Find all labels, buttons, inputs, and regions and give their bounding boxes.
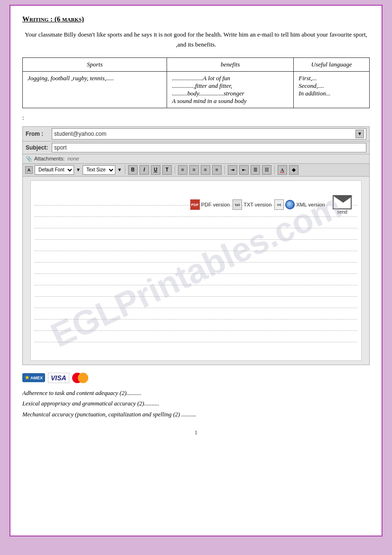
txt-icon: txt <box>233 199 242 210</box>
send-envelope-icon <box>333 195 352 209</box>
txt-label: TXT version <box>243 202 271 207</box>
font-color-btn[interactable]: A <box>278 165 287 175</box>
from-input-wrap[interactable]: student@yahoo.com ▼ <box>52 128 366 140</box>
toolbar-separator-1 <box>125 166 125 174</box>
cell-language: First,... Second,.... In addition... <box>294 71 370 108</box>
grading-line-1: Adherence to task and content adequacy (… <box>22 388 370 399</box>
from-dropdown-btn[interactable]: ▼ <box>355 130 364 138</box>
attachments-value: none <box>67 156 79 161</box>
toolbar-separator-4 <box>274 166 275 174</box>
from-row: From : student@yahoo.com ▼ <box>23 127 369 141</box>
pdf-download-btn[interactable]: PDF PDF version <box>190 199 230 210</box>
toolbar-separator-2 <box>175 166 175 174</box>
reference-table: Sports benefits Useful language Jogging,… <box>22 57 370 108</box>
from-value: student@yahoo.com <box>54 131 355 137</box>
txt-download-btn[interactable]: txt TXT version <box>233 199 271 210</box>
grading-section: Adherence to task and content adequacy (… <box>22 388 370 420</box>
amex-badge: ★ AMEX <box>22 373 45 382</box>
email-body-container: PDF PDF version txt TXT version i×t XML … <box>27 180 365 361</box>
subject-label: Subject: <box>26 144 52 151</box>
mastercard-badge <box>72 373 88 383</box>
download-buttons: PDF PDF version txt TXT version i×t XML … <box>190 195 352 215</box>
globe-icon <box>285 200 295 209</box>
col-header-sports: Sports <box>23 57 167 71</box>
page-number: 1 <box>22 429 370 436</box>
payment-row: ★ AMEX VISA <box>22 373 370 383</box>
paperclip-icon: 📎 <box>26 156 32 162</box>
colon-line: : <box>22 114 370 122</box>
highlight-btn[interactable]: ◈ <box>289 165 299 175</box>
writing-line <box>35 240 357 251</box>
grading-line-3: Mechanical accuracy (punctuation, capita… <box>22 409 370 420</box>
writing-line <box>35 274 357 285</box>
writing-line <box>35 217 357 228</box>
cell-sports: Jogging, football ,rugby, tennis,..... <box>23 71 167 108</box>
indent-btn[interactable]: ⇥ <box>228 165 237 175</box>
mc-orange-circle <box>78 373 88 383</box>
pdf-label: PDF version <box>201 202 230 207</box>
align-left-btn[interactable]: ≡ <box>178 165 187 175</box>
grading-line-2: Lexical appropriacy and grammatical accu… <box>22 398 370 409</box>
subject-input[interactable]: sport <box>52 143 366 152</box>
amex-text: AMEX <box>30 376 43 380</box>
size-select[interactable]: Text Size <box>83 165 115 175</box>
align-justify-btn[interactable]: ≡ <box>212 165 222 175</box>
email-composer: From : student@yahoo.com ▼ Subject: spor… <box>22 126 370 365</box>
page: EGLPrintables.com Writing : (6 marks) Yo… <box>9 5 383 536</box>
xml-label: XML version <box>296 202 325 207</box>
col-header-language: Useful language <box>294 57 370 71</box>
email-body-area[interactable]: PDF PDF version txt TXT version i×t XML … <box>30 180 362 361</box>
attachments-label: Attachments: <box>34 156 65 161</box>
from-label: From : <box>26 131 52 137</box>
send-btn[interactable]: send <box>333 195 352 215</box>
list-btn[interactable]: ☰ <box>251 165 260 175</box>
writing-line <box>35 285 357 297</box>
align-center-btn[interactable]: ≡ <box>189 165 199 175</box>
instructions: Your classmate Billy doesn't like sports… <box>22 30 370 50</box>
amex-star-icon: ★ <box>25 375 29 381</box>
page-title: Writing : (6 marks) <box>22 15 370 23</box>
send-label: send <box>337 209 347 215</box>
xml-icon: i×t <box>274 199 284 210</box>
bold-btn[interactable]: B <box>128 165 138 175</box>
writing-lines <box>35 194 357 342</box>
subject-row: Subject: sport <box>23 141 369 154</box>
italic-btn[interactable]: I <box>140 165 149 175</box>
text-btn[interactable]: T <box>162 165 172 175</box>
cell-benefits: ....................A lot of fun .......… <box>167 71 294 108</box>
toolbar-row: A Default Font ▼ Text Size ▼ B I U T ≡ ≡… <box>23 164 369 177</box>
underline-btn[interactable]: U <box>151 165 160 175</box>
writing-line <box>35 263 357 274</box>
visa-badge: VISA <box>48 373 69 383</box>
font-select[interactable]: Default Font <box>35 165 74 175</box>
outdent-btn[interactable]: ⇤ <box>239 165 249 175</box>
toolbar-icon-small: A <box>25 166 33 174</box>
writing-line <box>35 251 357 263</box>
align-right-btn[interactable]: ≡ <box>201 165 210 175</box>
col-header-benefits: benefits <box>167 57 294 71</box>
xml-download-btn[interactable]: i×t XML version <box>274 199 325 210</box>
writing-line <box>35 331 357 342</box>
writing-line <box>35 297 357 308</box>
color-a-icon: A <box>280 167 284 173</box>
toolbar-separator-3 <box>224 166 225 174</box>
attachments-row: 📎 Attachments: none <box>23 154 369 164</box>
writing-line <box>35 228 357 240</box>
writing-line <box>35 308 357 320</box>
olist-btn[interactable]: ☷ <box>262 165 271 175</box>
pdf-icon: PDF <box>190 199 200 210</box>
table-row: Jogging, football ,rugby, tennis,..... .… <box>23 71 370 108</box>
writing-line <box>35 320 357 331</box>
